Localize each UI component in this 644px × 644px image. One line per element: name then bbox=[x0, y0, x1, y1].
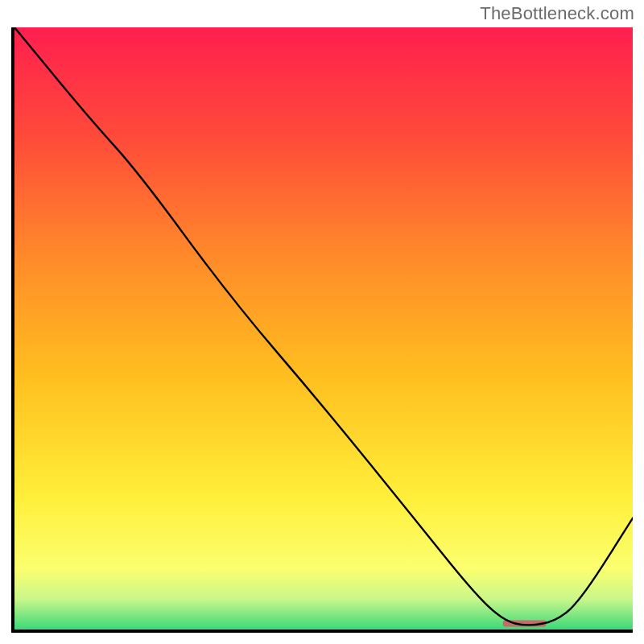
chart-svg bbox=[14, 27, 633, 630]
bottleneck-chart bbox=[11, 27, 633, 633]
attribution-text: TheBottleneck.com bbox=[480, 3, 634, 24]
chart-gradient-background bbox=[14, 27, 633, 630]
